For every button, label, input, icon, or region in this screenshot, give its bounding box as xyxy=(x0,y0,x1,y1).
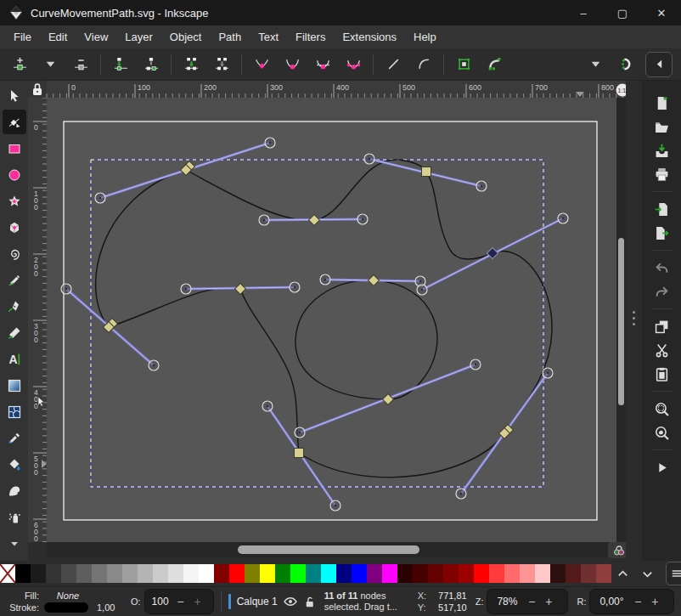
swatch-800080[interactable] xyxy=(367,564,382,583)
opacity-increase-button[interactable]: + xyxy=(189,595,206,608)
tool-dropper[interactable] xyxy=(3,426,26,450)
menu-layer[interactable]: Layer xyxy=(116,31,161,43)
swatch-f5f5f5[interactable] xyxy=(183,564,199,583)
maximize-button[interactable]: ▢ xyxy=(603,0,642,25)
swatch-470000[interactable] xyxy=(413,564,428,583)
zoom-selection-button[interactable] xyxy=(649,397,674,421)
swatch-ffff00[interactable] xyxy=(260,564,275,583)
swatch-ff0000[interactable] xyxy=(474,564,489,583)
horizontal-scrollbar[interactable] xyxy=(47,542,616,557)
tool-ellipse[interactable] xyxy=(3,162,26,187)
swatch-dfdfdf[interactable] xyxy=(168,564,183,583)
tool-text[interactable]: A xyxy=(3,347,26,371)
tool-node[interactable] xyxy=(3,110,26,134)
swatch-ffc9c9[interactable] xyxy=(535,564,550,583)
tool-more-tools[interactable] xyxy=(3,531,26,556)
export-button[interactable] xyxy=(649,221,674,245)
nodes-break-button[interactable] xyxy=(180,54,202,76)
palette-menu-button[interactable] xyxy=(666,562,681,585)
swatch-521a1a[interactable] xyxy=(566,564,581,583)
swatch-000000[interactable] xyxy=(15,564,31,583)
nodes-join-button[interactable] xyxy=(110,54,132,76)
swatch-1b1b1b[interactable] xyxy=(31,564,46,583)
tool-star[interactable] xyxy=(3,189,26,213)
node-insert-button[interactable] xyxy=(8,54,31,76)
menu-help[interactable]: Help xyxy=(405,31,445,43)
swatch-ffffff[interactable] xyxy=(199,564,214,583)
swatch-2e0f0f[interactable] xyxy=(550,564,566,583)
path-node-square[interactable] xyxy=(295,449,304,458)
horizontal-ruler[interactable]: 01002003004005006007008001:1 xyxy=(28,81,642,98)
stroke-width-value[interactable]: 1,00 xyxy=(97,602,122,613)
vertical-scrollbar-thumb[interactable] xyxy=(618,238,624,405)
swatch-9f9f9f[interactable] xyxy=(122,564,138,583)
vertical-ruler[interactable]: 0100200300400500600 xyxy=(28,98,47,542)
paste-button[interactable] xyxy=(649,362,674,386)
opacity-decrease-button[interactable]: − xyxy=(172,595,189,608)
swatch-9c0000[interactable] xyxy=(459,564,474,583)
swatch-cacaca[interactable] xyxy=(153,564,168,583)
menu-path[interactable]: Path xyxy=(210,31,250,43)
segment-line-button[interactable] xyxy=(382,54,404,76)
tool-pencil[interactable] xyxy=(3,268,26,292)
stroke-to-path-button[interactable] xyxy=(483,54,505,76)
swatch-ff6a6a[interactable] xyxy=(504,564,520,583)
nodes-delete-segment-button[interactable] xyxy=(211,54,233,76)
swatch-00ff00[interactable] xyxy=(290,564,306,583)
panel-resize-grip[interactable] xyxy=(630,311,637,325)
fill-value[interactable]: None xyxy=(44,591,92,601)
current-layer-name[interactable]: Calque 1 xyxy=(237,596,278,608)
swatch-800000[interactable] xyxy=(214,564,229,583)
swatch-703030[interactable] xyxy=(581,564,596,583)
swatch-898989[interactable] xyxy=(107,564,122,583)
opacity-value[interactable]: 100 xyxy=(149,596,172,608)
swatch-2b0000[interactable] xyxy=(397,564,413,583)
menu-filters[interactable]: Filters xyxy=(287,31,334,43)
menu-view[interactable]: View xyxy=(76,31,116,43)
opacity-spinbox[interactable]: 100 − + xyxy=(144,589,214,614)
swatch-747474[interactable] xyxy=(92,564,107,583)
rotation-value[interactable]: 0,00° xyxy=(594,596,629,608)
tool-rectangle[interactable] xyxy=(3,136,26,161)
menu-edit[interactable]: Edit xyxy=(40,31,76,43)
import-button[interactable] xyxy=(649,197,674,221)
swatch-808000[interactable] xyxy=(245,564,260,583)
palette-scroll-down-icon[interactable] xyxy=(641,568,654,580)
tool-paint-bucket[interactable] xyxy=(3,452,26,477)
swatch-ff00ff[interactable] xyxy=(382,564,397,583)
stroke-color-swatch[interactable] xyxy=(44,602,88,613)
swatch-8f3d3d[interactable] xyxy=(596,564,611,583)
vertical-scrollbar[interactable] xyxy=(616,98,626,542)
swatch-640000[interactable] xyxy=(428,564,443,583)
document-save-button[interactable] xyxy=(649,138,674,162)
tool-mesh[interactable] xyxy=(3,399,26,424)
zoom-drawing-button[interactable] xyxy=(649,421,674,444)
swatch-00ffff[interactable] xyxy=(321,564,336,583)
menu-extensions[interactable]: Extensions xyxy=(334,31,405,43)
swatch-b4b4b4[interactable] xyxy=(138,564,153,583)
swatch-ff3b3b[interactable] xyxy=(489,564,504,583)
node-smooth-button[interactable] xyxy=(281,54,303,76)
caret-down-button[interactable] xyxy=(584,54,606,76)
swatch-333333[interactable] xyxy=(46,564,61,583)
tool-gradient[interactable] xyxy=(3,373,26,398)
rotation-decrease-button[interactable]: − xyxy=(629,595,646,608)
swatch-ff9494[interactable] xyxy=(520,564,535,583)
menu-object[interactable]: Object xyxy=(161,31,211,43)
menu-file[interactable]: File xyxy=(5,31,40,43)
zoom-value[interactable]: 78% xyxy=(491,596,523,608)
node-delete-button[interactable] xyxy=(70,54,92,76)
nodes-join-segment-button[interactable] xyxy=(140,54,162,76)
redo-button[interactable] xyxy=(649,280,674,303)
swatch-008000[interactable] xyxy=(275,564,290,583)
palette-scroll-up-icon[interactable] xyxy=(616,568,629,580)
swatch-800000[interactable] xyxy=(443,564,459,583)
tool-tweak[interactable] xyxy=(3,478,26,503)
minimize-button[interactable]: – xyxy=(564,0,603,25)
printer-button[interactable] xyxy=(649,162,674,186)
node-auto-button[interactable] xyxy=(342,54,364,76)
swatch-000080[interactable] xyxy=(336,564,352,583)
tool-pen[interactable] xyxy=(3,294,26,319)
zoom-decrease-button[interactable]: − xyxy=(523,595,540,608)
undo-button[interactable] xyxy=(649,256,674,280)
